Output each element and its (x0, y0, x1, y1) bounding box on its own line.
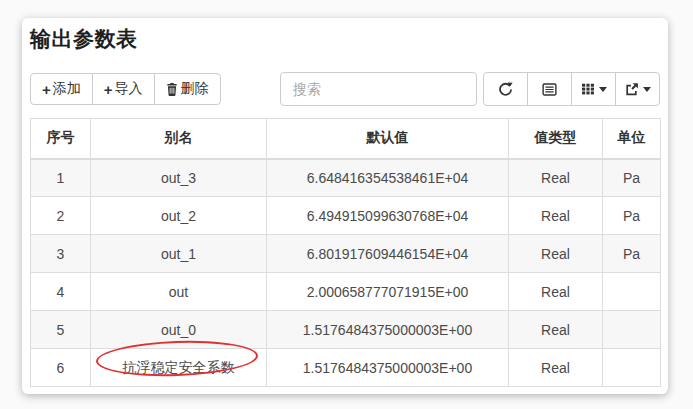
column-header-index: 序号 (31, 119, 91, 159)
cell-alias: out_1 (91, 235, 267, 273)
action-button-group: + 添加 + 导入 删除 (30, 73, 221, 105)
cell-value-type: Real (509, 349, 603, 387)
table-row: 3out_16.801917609446154E+04RealPa (31, 235, 661, 273)
cell-default-value: 6.648416354538461E+04 (267, 159, 509, 197)
page-title: 输出参数表 (30, 24, 660, 54)
cell-default-value: 2.000658777071915E+00 (267, 273, 509, 311)
chevron-down-icon (643, 87, 651, 92)
refresh-icon (498, 82, 513, 97)
table-body: 1out_36.648416354538461E+04RealPa2out_26… (31, 159, 661, 387)
column-header-alias: 别名 (91, 119, 267, 159)
table-row: 1out_36.648416354538461E+04RealPa (31, 159, 661, 197)
cell-index: 4 (31, 273, 91, 311)
add-button-label: 添加 (53, 80, 81, 98)
cell-unit: Pa (603, 235, 661, 273)
output-parameter-panel: 输出参数表 + 添加 + 导入 (22, 18, 668, 394)
cell-value-type: Real (509, 159, 603, 197)
column-header-unit: 单位 (603, 119, 661, 159)
cell-unit: Pa (603, 197, 661, 235)
trash-icon (166, 83, 178, 96)
cell-index: 5 (31, 311, 91, 349)
refresh-button[interactable] (483, 72, 528, 106)
cell-default-value: 6.801917609446154E+04 (267, 235, 509, 273)
search-input[interactable] (280, 72, 477, 106)
cell-alias: out_3 (91, 159, 267, 197)
cell-index: 6 (31, 349, 91, 387)
cell-default-value: 1.5176484375000003E+00 (267, 349, 509, 387)
toolbar: + 添加 + 导入 删除 (30, 72, 660, 106)
import-button-label: 导入 (115, 80, 143, 98)
columns-button[interactable] (571, 72, 616, 106)
add-button[interactable]: + 添加 (30, 73, 93, 105)
import-button[interactable]: + 导入 (92, 73, 155, 105)
cell-unit (603, 273, 661, 311)
list-view-icon (542, 82, 557, 97)
cell-value-type: Real (509, 197, 603, 235)
cell-unit: Pa (603, 159, 661, 197)
column-header-value-type: 值类型 (509, 119, 603, 159)
page: 输出参数表 + 添加 + 导入 (0, 0, 693, 409)
cell-alias: out (91, 273, 267, 311)
columns-grid-icon (581, 82, 595, 96)
export-icon (624, 82, 639, 97)
cell-value-type: Real (509, 235, 603, 273)
cell-value-type: Real (509, 273, 603, 311)
delete-button-label: 删除 (181, 80, 209, 98)
toggle-view-button[interactable] (527, 72, 572, 106)
table-header: 序号 别名 默认值 值类型 单位 (31, 119, 661, 159)
export-button[interactable] (615, 72, 660, 106)
cell-index: 2 (31, 197, 91, 235)
plus-icon: + (104, 82, 113, 97)
table-row: 2out_26.494915099630768E+04RealPa (31, 197, 661, 235)
cell-alias: 抗浮稳定安全系数 (91, 349, 267, 387)
table-tool-button-group (483, 72, 660, 106)
table-row: 5out_01.5176484375000003E+00Real (31, 311, 661, 349)
cell-alias: out_2 (91, 197, 267, 235)
cell-alias: out_0 (91, 311, 267, 349)
cell-index: 3 (31, 235, 91, 273)
cell-unit (603, 349, 661, 387)
column-header-default-value: 默认值 (267, 119, 509, 159)
cell-value-type: Real (509, 311, 603, 349)
cell-default-value: 6.494915099630768E+04 (267, 197, 509, 235)
delete-button[interactable]: 删除 (154, 73, 221, 105)
toolbar-right (280, 72, 660, 106)
table-row: 6抗浮稳定安全系数1.5176484375000003E+00Real (31, 349, 661, 387)
cell-default-value: 1.5176484375000003E+00 (267, 311, 509, 349)
table-row: 4out2.000658777071915E+00Real (31, 273, 661, 311)
plus-icon: + (42, 82, 51, 97)
output-parameter-table: 序号 别名 默认值 值类型 单位 1out_36.648416354538461… (30, 118, 661, 387)
chevron-down-icon (599, 87, 607, 92)
cell-unit (603, 311, 661, 349)
cell-index: 1 (31, 159, 91, 197)
